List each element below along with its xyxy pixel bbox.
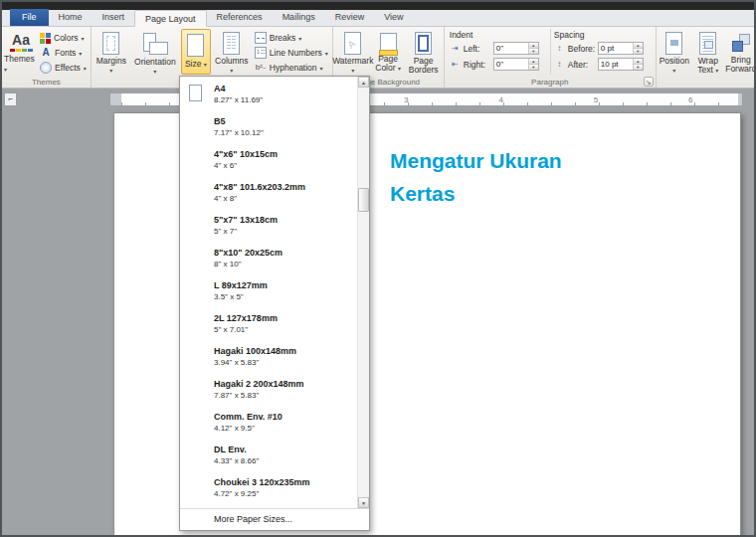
spacing-after-spinner[interactable]: 10 pt ▲▼	[598, 58, 644, 71]
paper-size-option[interactable]: DL Env. 4.33" x 8.66"	[180, 441, 356, 473]
margins-button[interactable]: Margins ▾	[94, 29, 129, 75]
page-color-button[interactable]: Page Color ▾	[373, 29, 404, 75]
spinner-arrows-icon[interactable]: ▲▼	[633, 43, 643, 54]
tab-stop-selector[interactable]: ⌐	[4, 92, 17, 106]
paper-size-option[interactable]: 5"x7" 13x18cm 5" x 7"	[180, 211, 356, 244]
theme-fonts-button[interactable]: A Fonts▾	[38, 46, 89, 60]
ruler-number: 5	[548, 93, 643, 105]
paper-size-option[interactable]: L 89x127mm 3.5" x 5"	[180, 276, 356, 309]
size-button[interactable]: Size ▾	[181, 29, 211, 75]
breaks-icon	[255, 32, 267, 44]
indent-left-spinner[interactable]: 0" ▲▼	[493, 42, 539, 55]
breaks-button[interactable]: Breaks▾	[253, 31, 330, 45]
dropdown-arrow-icon: ▾	[82, 35, 85, 42]
watermark-button[interactable]: Watermark ▾	[335, 29, 371, 75]
dropdown-arrow-icon: ▾	[351, 68, 354, 74]
themes-icon: Aa	[12, 32, 30, 48]
page-borders-button[interactable]: Page Borders	[405, 29, 441, 75]
line-numbers-button[interactable]: Line Numbers▾	[253, 46, 330, 60]
paper-size-option[interactable]: 8"x10" 20x25cm 8" x 10"	[180, 244, 356, 276]
spinner-arrows-icon[interactable]: ▲▼	[528, 59, 538, 70]
scrollbar-thumb[interactable]	[358, 188, 369, 212]
dropdown-arrow-icon: ▾	[715, 68, 718, 74]
paper-size-option[interactable]: 2L 127x178mm 5" x 7.01"	[180, 309, 356, 342]
paper-size-option[interactable]: Choukei 3 120x235mm 4.72" x 9.25"	[180, 473, 356, 506]
dropdown-arrow-icon: ▾	[204, 62, 207, 68]
dropdown-arrow-icon: ▾	[84, 65, 87, 72]
dropdown-arrow-icon: ▾	[153, 69, 156, 75]
spacing-before-icon: ↕	[554, 44, 565, 53]
spacing-before-label: Before:	[568, 44, 595, 54]
paper-size-list: A4 8.27" x 11.69" B5 7.17" x 10.12" 4"x6…	[180, 77, 369, 508]
paper-size-option[interactable]: B5 7.17" x 10.12"	[180, 112, 356, 145]
indent-right-label: Right:	[464, 60, 490, 70]
fonts-icon: A	[40, 47, 52, 59]
paper-size-option[interactable]: A4 8.27" x 11.69"	[180, 80, 356, 112]
scroll-up-arrow-icon[interactable]: ▲	[358, 77, 369, 88]
hyphenation-button[interactable]: bᶜ- Hyphenation▾	[253, 61, 330, 75]
tab-home[interactable]: Home	[49, 9, 93, 26]
themes-button[interactable]: Aa Themes ▾	[4, 29, 38, 75]
dropdown-arrow-icon: ▾	[320, 65, 323, 72]
line-numbers-icon	[255, 47, 267, 59]
size-icon	[187, 34, 204, 57]
more-paper-sizes-item[interactable]: More Paper Sizes...	[180, 508, 369, 530]
dropdown-arrow-icon: ▾	[230, 68, 233, 74]
dropdown-arrow-icon: ▾	[672, 68, 675, 74]
spacing-column: Spacing ↕ Before: 0 pt ▲▼ ↕ After: 10	[550, 29, 654, 75]
dropdown-arrow-icon: ▾	[298, 35, 301, 42]
page-color-icon	[380, 33, 397, 52]
paragraph-dialog-launcher[interactable]: ↘	[644, 77, 654, 87]
indent-heading: Indent	[450, 30, 547, 40]
tab-insert[interactable]: Insert	[93, 9, 135, 26]
spacing-after-label: After:	[568, 60, 595, 70]
wrap-text-button[interactable]: Wrap Text ▾	[693, 29, 723, 75]
tab-view[interactable]: View	[374, 9, 413, 26]
watermark-icon	[344, 32, 361, 55]
paper-size-option[interactable]: 4"x6" 10x15cm 4" x 6"	[180, 145, 356, 178]
indent-left-label: Left:	[464, 44, 490, 54]
spacing-heading: Spacing	[554, 30, 651, 40]
paper-size-option[interactable]: Comm. Env. #10 4.12" x 9.5"	[180, 408, 356, 441]
ruler-number: 3	[359, 93, 454, 105]
themes-group: Aa Themes ▾ Colors▾ A Fonts▾ Effects▾	[2, 27, 92, 88]
page-icon	[189, 85, 202, 101]
indent-left-icon: ⇥	[450, 44, 461, 53]
document-area: ⌐ 1 2 3 4 5 6 Mengatur Ukuran Kertas	[2, 90, 754, 535]
ruler-number: 4	[454, 93, 548, 105]
orientation-icon	[142, 32, 168, 56]
menu-scrollbar[interactable]: ▲ ▼	[357, 77, 369, 508]
orientation-button[interactable]: Orientation ▾	[131, 29, 179, 75]
theme-colors-button[interactable]: Colors▾	[38, 31, 89, 45]
tab-references[interactable]: References	[207, 9, 273, 26]
wrap-text-icon	[699, 32, 716, 55]
indent-column: Indent ⇥ Left: 0" ▲▼ ⇤ Right: 0"	[447, 29, 550, 75]
paragraph-group-label: Paragraph	[445, 78, 656, 88]
paper-size-option[interactable]: Hagaki 2 200x148mm 7.87" x 5.83"	[180, 375, 356, 408]
columns-button[interactable]: Columns ▾	[213, 29, 251, 75]
position-button[interactable]: Position ▾	[659, 29, 690, 75]
effects-icon	[40, 62, 52, 74]
tab-page-layout[interactable]: Page Layout	[134, 10, 207, 27]
paper-size-option[interactable]: Hagaki 100x148mm 3.94" x 5.83"	[180, 342, 356, 375]
spacing-before-spinner[interactable]: 0 pt ▲▼	[598, 42, 644, 55]
spinner-arrows-icon[interactable]: ▲▼	[528, 43, 538, 54]
bring-forward-button[interactable]: Bring Forward	[726, 29, 754, 75]
dropdown-arrow-icon: ▾	[109, 68, 112, 74]
page-setup-options: Breaks▾ Line Numbers▾ bᶜ- Hyphenation▾	[253, 29, 330, 75]
dropdown-arrow-icon: ▾	[398, 66, 401, 72]
paper-size-option[interactable]: 4"x8" 101.6x203.2mm 4" x 8"	[180, 178, 356, 211]
indent-right-spinner[interactable]: 0" ▲▼	[493, 58, 539, 71]
dropdown-arrow-icon: ▾	[79, 50, 82, 57]
tab-file[interactable]: File	[10, 9, 49, 26]
ribbon-tab-bar: File Home Insert Page Layout References …	[2, 10, 754, 27]
tab-review[interactable]: Review	[325, 9, 375, 26]
columns-icon	[223, 32, 240, 55]
tab-mailings[interactable]: Mailings	[273, 9, 325, 26]
spinner-arrows-icon[interactable]: ▲▼	[633, 59, 643, 70]
spacing-after-icon: ↕	[554, 60, 565, 69]
position-icon	[665, 32, 682, 55]
scroll-down-arrow-icon[interactable]: ▼	[358, 497, 369, 508]
dropdown-arrow-icon: ▾	[325, 50, 328, 57]
theme-effects-button[interactable]: Effects▾	[38, 61, 89, 75]
